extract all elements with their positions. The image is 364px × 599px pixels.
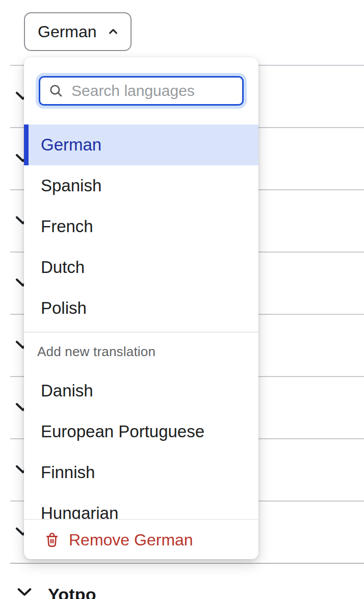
- language-option-european-portuguese[interactable]: European Portuguese: [24, 411, 258, 452]
- language-option-danish[interactable]: Danish: [24, 370, 258, 411]
- language-option-finnish[interactable]: Finnish: [24, 452, 258, 493]
- row-divider: [10, 563, 364, 564]
- language-selector-label: German: [38, 22, 97, 41]
- search-box[interactable]: [39, 76, 244, 106]
- add-new-translation-header: Add new translation: [24, 333, 258, 370]
- chevron-down-icon[interactable]: [17, 588, 32, 596]
- language-option-spanish[interactable]: Spanish: [24, 165, 258, 206]
- language-option-french[interactable]: French: [24, 206, 258, 247]
- language-list: German Spanish French Dutch Polish Add n…: [24, 122, 258, 519]
- language-option-polish[interactable]: Polish: [24, 288, 258, 329]
- language-option-hungarian[interactable]: Hungarian: [24, 493, 258, 519]
- language-selector-button[interactable]: German: [24, 12, 132, 51]
- chevron-up-icon: [106, 24, 120, 39]
- remove-language-label: Remove German: [69, 531, 193, 550]
- language-option-dutch[interactable]: Dutch: [24, 247, 258, 288]
- language-popover: German Spanish French Dutch Polish Add n…: [24, 57, 258, 559]
- section-title-yotpo: Yotpo: [48, 585, 96, 599]
- search-area: [24, 57, 258, 122]
- selected-indicator: [24, 124, 29, 165]
- language-option-german[interactable]: German: [24, 124, 258, 165]
- trash-icon: [43, 531, 61, 550]
- search-icon: [48, 83, 64, 98]
- search-languages-input[interactable]: [70, 82, 234, 100]
- remove-language-button[interactable]: Remove German: [24, 519, 258, 559]
